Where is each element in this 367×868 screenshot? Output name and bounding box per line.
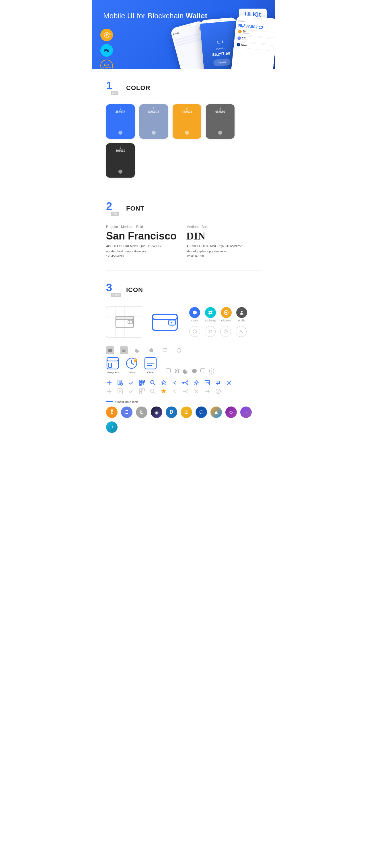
nav-icon-exchange-outline — [205, 326, 216, 337]
svg-rect-18 — [163, 348, 167, 351]
back-icon — [171, 379, 178, 386]
share-icon-gray — [182, 388, 189, 395]
svg-rect-6 — [152, 314, 177, 330]
svg-rect-37 — [140, 381, 141, 382]
svg-point-17 — [149, 348, 153, 352]
crypto-icons-row: ₿ Ξ Ł ◈ Đ Ƶ ⬡ ▲ ◇ ∞ ○ — [106, 406, 261, 433]
chat-icon-small — [166, 368, 171, 374]
svg-rect-27 — [166, 369, 171, 372]
svg-point-44 — [196, 382, 197, 383]
section-number-1: 1 ONE — [106, 80, 121, 96]
qr-icon — [139, 379, 145, 386]
info-icon-small: i — [209, 368, 215, 374]
nav-icon-exchange: Exchange — [205, 307, 216, 322]
stack-icon-small — [174, 368, 180, 374]
plus-icon — [106, 379, 112, 386]
order-icon-svg — [144, 356, 157, 370]
doc-icon-gray — [117, 388, 123, 395]
small-icons-row-colored: i — [166, 368, 215, 374]
chat2-icon-small — [200, 368, 206, 374]
screens-badge: 60+ Screens — [101, 60, 113, 69]
back-icon-gray — [171, 388, 178, 395]
font-din: Medium · Bold DIN ABCDEFGHIJKLMNOPQRSTUV… — [186, 225, 261, 259]
svg-point-28 — [192, 369, 197, 373]
font-section-header: 2 TWO FONT — [106, 201, 261, 216]
svg-point-14 — [225, 331, 226, 332]
misc-icon-1 — [106, 346, 114, 354]
management-icon-svg — [106, 356, 119, 370]
stratis-icon: ○ — [106, 422, 117, 433]
close-icon-gray — [193, 388, 200, 395]
dash-icon: Đ — [166, 406, 177, 418]
svg-rect-46 — [118, 389, 122, 394]
small-misc-icons: i — [166, 368, 215, 374]
crescent-icon-small — [183, 368, 189, 374]
matic-icon: ∞ — [240, 406, 252, 418]
nav-icon-discover: Discover — [221, 307, 232, 322]
wallet-solid-icon — [152, 312, 178, 332]
utility-icons-gray — [106, 388, 261, 395]
svg-rect-7 — [152, 314, 177, 319]
swap-icon — [215, 379, 221, 386]
misc-icons-row: i — [106, 346, 261, 354]
svg-point-9 — [171, 322, 172, 323]
svg-rect-49 — [139, 392, 142, 394]
plus-icon-gray — [106, 388, 112, 395]
close-icon — [226, 379, 232, 386]
misc-icon-info: i — [175, 346, 183, 354]
nav-icons-row-filled: Assets Exchange Discover — [189, 307, 247, 322]
augur-icon: ◈ — [151, 406, 162, 418]
search-icon — [150, 379, 156, 386]
icon-order: Order — [144, 356, 157, 374]
section-number-3: 3 THREE — [106, 282, 121, 298]
svg-rect-48 — [142, 389, 144, 391]
icon-section-header: 3 THREE ICON — [106, 282, 261, 298]
icon-section: 3 THREE ICON — [92, 271, 275, 441]
svg-point-40 — [150, 380, 154, 384]
nav-icon-profile-outline — [236, 326, 247, 337]
font-grid: Regular · Medium · Bold San Francisco AB… — [106, 225, 261, 259]
svg-point-13 — [224, 330, 227, 333]
color-section: 1 ONE COLOR #3574FA #8DA0C8 #F5A623 #666… — [92, 69, 275, 189]
nav-icon-discover-outline — [220, 326, 231, 337]
svg-point-12 — [241, 311, 243, 313]
check-icon — [128, 379, 134, 386]
hero-section: Mobile UI for Blockchain Wallet UI Kit P… — [92, 0, 275, 69]
color-swatches: #3574FA #8DA0C8 #F5A623 #666666 #303030 — [106, 104, 261, 178]
svg-rect-47 — [139, 389, 142, 391]
blockchain-label: BlockChain Icon — [106, 400, 261, 404]
color-swatch-blue: #3574FA — [106, 104, 135, 138]
export-icon — [204, 379, 210, 386]
font-san-francisco: Regular · Medium · Bold San Francisco AB… — [106, 225, 181, 259]
color-swatch-gray: #666666 — [206, 104, 234, 138]
litecoin-icon: Ł — [136, 406, 147, 418]
svg-point-11 — [225, 312, 227, 313]
doc-icon — [117, 379, 123, 386]
arrow-icon-gray — [204, 388, 210, 395]
nav-icons-group: Assets Exchange Discover — [189, 307, 247, 337]
color-swatch-orange: #F5A623 — [173, 104, 201, 138]
zcash-icon: Ƶ — [181, 406, 192, 418]
star-icon-orange — [161, 388, 167, 395]
svg-rect-23 — [109, 363, 112, 368]
sketch-badge — [101, 29, 113, 41]
icon-management: Mangment — [106, 356, 119, 374]
svg-rect-22 — [107, 358, 118, 361]
circle-full-small — [192, 368, 197, 374]
nav-icon-assets-outline — [189, 326, 200, 337]
svg-rect-39 — [140, 383, 141, 385]
bitcoin-icon: ₿ — [106, 406, 117, 418]
nav-icons-row-outline — [189, 326, 247, 337]
icon-solid-container — [149, 306, 181, 338]
svg-rect-38 — [143, 381, 144, 382]
search-icon-gray — [150, 388, 156, 395]
svg-point-50 — [150, 389, 154, 393]
settings-icon — [193, 379, 200, 386]
misc-icon-crescent — [134, 346, 142, 354]
hex-icon: ⬡ — [196, 406, 207, 418]
misc-icon-circle-gray — [147, 346, 156, 354]
nav-icon-profile: Profile — [236, 307, 247, 322]
utility-icons-blue — [106, 379, 261, 386]
svg-rect-29 — [200, 369, 205, 372]
bottom-icon-row: Mangment History Order — [106, 356, 261, 374]
